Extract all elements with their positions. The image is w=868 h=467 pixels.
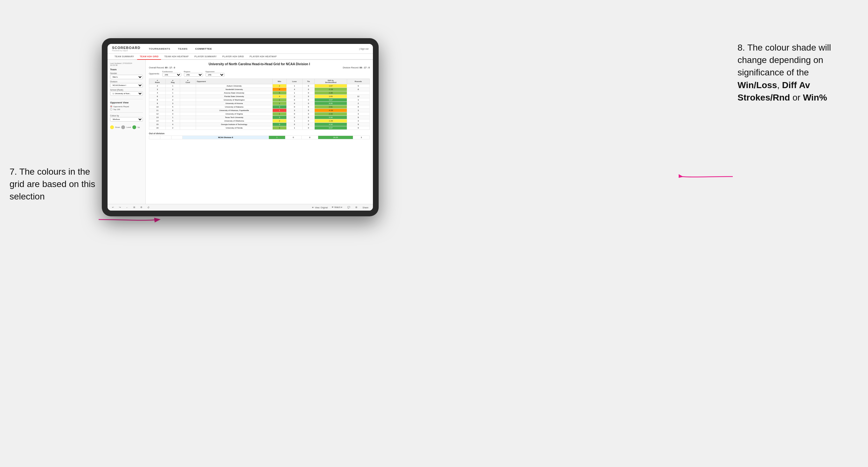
cell-name: University of Arkansas, Fayetteville [196, 109, 273, 112]
cell-rank: 14 [149, 119, 166, 123]
cell-tie: 0 [303, 105, 315, 109]
col-rank: #Rank [149, 79, 166, 84]
cell-diff: 6.67 [314, 126, 347, 130]
col-tie: Tie [303, 79, 315, 84]
cell-name: Arizona State University [196, 91, 273, 95]
colour-by-select[interactable]: Win/loss [110, 117, 143, 122]
radio-group: Opponents Played Top 100 [110, 105, 143, 111]
toolbar-settings[interactable]: ⚙ [139, 206, 144, 209]
opponent-view-title: Opponent View [110, 101, 143, 104]
cell-rounds: 3 [347, 112, 370, 116]
school-select[interactable]: 1. University of Nort... [110, 91, 143, 96]
toolbar-back[interactable]: ← [125, 206, 129, 209]
sign-out-link[interactable]: | Sign out [359, 48, 368, 50]
division-label: Division [110, 81, 143, 83]
data-table: #Rank #Reg #Conf Opponent Win Loss Tie D… [149, 79, 370, 130]
tab-team-h2h-heatmap[interactable]: TEAM H2H HEATMAP [162, 54, 191, 60]
table-row: 10 5 University of Alabama 3 0 0 2.61 8 [149, 105, 370, 109]
tab-player-h2h-heatmap[interactable]: PLAYER H2H HEATMAP [247, 54, 279, 60]
cell-loss: 1 [286, 119, 303, 123]
cell-loss: 0 [286, 116, 303, 119]
colour-by-label: Colour by [110, 115, 143, 117]
cell-win: 1 [273, 102, 286, 105]
legend: Down Level Up [110, 125, 143, 129]
filter-conference-select[interactable]: (All) [162, 73, 181, 77]
legend-down-dot [110, 125, 114, 129]
cell-rounds: 8 [347, 88, 370, 91]
col-reg: #Reg [166, 79, 180, 84]
cell-win: 3 [273, 105, 286, 109]
table-row: 3 2 Vanderbilt University 0 4 0 -2.29 8 [149, 88, 370, 91]
tab-team-summary[interactable]: TEAM SUMMARY [112, 54, 136, 60]
tab-player-h2h-grid[interactable]: PLAYER H2H GRID [220, 54, 247, 60]
annotation-left: 7. The colours in the grid are based on … [9, 165, 99, 203]
tab-player-summary[interactable]: PLAYER SUMMARY [192, 54, 219, 60]
toolbar-copy[interactable]: ⊞ [132, 206, 136, 209]
cell-diff: 4.50 [314, 123, 347, 126]
legend-up-label: Up [137, 126, 140, 128]
cell-rank: 11 [149, 109, 166, 112]
cell-rank: 16 [149, 126, 166, 130]
table-row: 2 1 Auburn University 2 1 0 1.67 9 [149, 84, 370, 88]
toolbar-share[interactable]: Share [361, 206, 370, 209]
cell-loss: 0 [286, 123, 303, 126]
nav-teams[interactable]: TEAMS [177, 47, 189, 51]
filter-conference-label: Conference [162, 71, 181, 72]
filter-opponent-select[interactable]: (All) [206, 73, 225, 77]
cell-rounds: 9 [347, 84, 370, 88]
cell-tie: 0 [303, 119, 315, 123]
cell-tie: 0 [303, 88, 315, 91]
cell-diff: -1.00 [314, 119, 347, 123]
cell-diff: -2.29 [314, 88, 347, 91]
toolbar-undo[interactable]: ↩ [111, 206, 115, 209]
nav-committee[interactable]: COMMITTEE [194, 47, 214, 51]
cell-rank: 3 [149, 88, 166, 91]
radio-opponents-played[interactable]: Opponents Played [110, 105, 143, 107]
toolbar-watch[interactable]: 👁 Watch ▾ [330, 206, 344, 209]
cell-win: 5 [273, 91, 286, 95]
toolbar-grid-icon[interactable]: ⊞ [354, 206, 359, 209]
view-original[interactable]: 👁 View: Original [312, 207, 328, 209]
radio-dot-top100 [110, 108, 112, 111]
filter-row: Opponents: Conference (All) Region (All) [149, 71, 370, 77]
table-row: 11 6 University of Arkansas, Fayettevill… [149, 109, 370, 112]
cell-rank: 15 [149, 123, 166, 126]
toolbar-redo[interactable]: ↪ [118, 206, 122, 209]
gender-select[interactable]: Men's [110, 75, 143, 79]
cell-reg: 6 [166, 109, 180, 112]
cell-loss: 4 [286, 88, 303, 91]
cell-reg: 1 [166, 116, 180, 119]
tablet-screen: SCOREBOARD Powered by clippd TOURNAMENTS… [107, 44, 373, 211]
cell-rounds: 9 [347, 126, 370, 130]
col-rounds: Rounds [347, 79, 370, 84]
tab-team-h2h-grid[interactable]: TEAM H2H GRID [137, 54, 161, 60]
cell-conf [180, 84, 196, 88]
legend-up-dot [132, 125, 136, 129]
division-select[interactable]: NCAA Division I [110, 83, 143, 88]
top-nav: SCOREBOARD Powered by clippd TOURNAMENTS… [107, 44, 373, 54]
cell-tie: 0 [303, 109, 315, 112]
cell-tie: 0 [303, 112, 315, 116]
toolbar-comment[interactable]: 💬 [346, 206, 351, 209]
grid-content: University of North Carolina Head-to-Hea… [146, 60, 373, 204]
filter-region-select[interactable]: (All) [184, 73, 203, 77]
cell-loss: 0 [286, 98, 303, 102]
filter-conference: Conference (All) [162, 71, 181, 77]
cell-tie: 0 [303, 123, 315, 126]
cell-conf [180, 88, 196, 91]
cell-tie: 0 [303, 102, 315, 105]
cell-rounds: 3 [347, 109, 370, 112]
table-row: 14 5 University of Oklahoma 2 1 0 -1.00 … [149, 119, 370, 123]
tablet: SCOREBOARD Powered by clippd TOURNAMENTS… [102, 38, 379, 216]
cell-win: 1 [269, 136, 285, 139]
cell-win: 3 [273, 126, 286, 130]
cell-reg: 4 [166, 123, 180, 126]
radio-top100[interactable]: Top 100 [110, 108, 143, 111]
cell-diff: 3.67 [314, 98, 347, 102]
logo-sub: Powered by clippd [112, 50, 140, 52]
cell-name: University of Washington [196, 98, 273, 102]
grid-subtitle: Overall Record: 89 - 17 - 0 Division Rec… [149, 66, 370, 69]
toolbar-clock[interactable]: ⏱ [146, 206, 151, 209]
cell-loss: 1 [286, 91, 303, 95]
nav-tournaments[interactable]: TOURNAMENTS [147, 47, 172, 51]
